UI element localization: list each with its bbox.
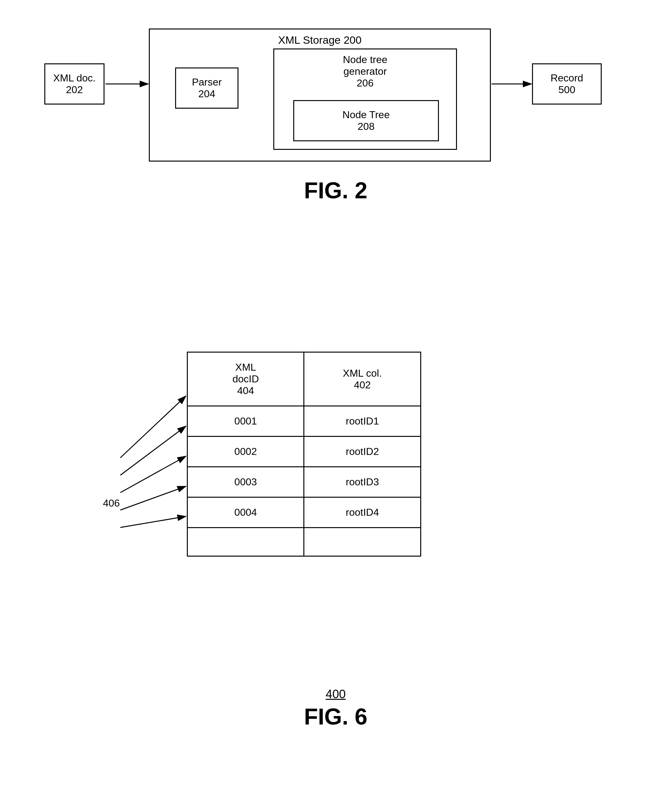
svg-line-5 — [120, 396, 186, 458]
col-header-xmlcol: XML col.402 — [304, 352, 421, 406]
cell-rootid-4: rootID4 — [304, 497, 421, 528]
parser-box: Parser 204 — [175, 67, 238, 109]
table-row: 0003 rootID3 — [187, 467, 421, 497]
node-tree-number: 208 — [358, 121, 374, 132]
fig6-label-area: 400 FIG. 6 — [26, 687, 646, 729]
page: XML doc. 202 XML Storage 200 Parser 204 … — [0, 0, 672, 798]
svg-line-8 — [120, 486, 186, 510]
fig6-number: 400 — [26, 687, 646, 701]
node-tree-inner: Node Tree 208 — [293, 100, 439, 141]
fig2-diagram: XML doc. 202 XML Storage 200 Parser 204 … — [26, 19, 646, 196]
record-label: Record — [550, 72, 583, 84]
xml-storage-outer: XML Storage 200 Parser 204 Node tree gen… — [149, 29, 491, 162]
table-row: 0001 rootID1 — [187, 406, 421, 437]
xml-doc-label: XML doc. — [53, 72, 96, 84]
xml-storage-label: XML Storage 200 — [150, 34, 490, 46]
fig6-diagram: 406 XMLdocID404 XML col.402 0001 rootID1… — [26, 333, 646, 745]
xml-table: XMLdocID404 XML col.402 0001 rootID1 000… — [187, 352, 421, 557]
col-header-docid: XMLdocID404 — [187, 352, 304, 406]
fig2-title: FIG. 2 — [26, 178, 646, 204]
svg-line-6 — [120, 426, 186, 475]
table-row: 0004 rootID4 — [187, 497, 421, 528]
cell-rootid-5 — [304, 528, 421, 556]
svg-line-7 — [120, 456, 186, 493]
table-row: 0002 rootID2 — [187, 437, 421, 467]
node-tree-outer: Node tree generator 206 Node Tree 208 — [273, 48, 457, 150]
node-tree-label: Node Tree — [342, 109, 389, 121]
xml-doc-box: XML doc. 202 — [44, 63, 104, 104]
node-tree-gen-label: Node tree generator 206 — [274, 54, 456, 89]
parser-number: 204 — [198, 88, 215, 100]
cell-rootid-3: rootID3 — [304, 467, 421, 497]
cell-rootid-2: rootID2 — [304, 437, 421, 467]
table-row-empty — [187, 528, 421, 556]
fig6-title: FIG. 6 — [304, 704, 367, 729]
xml-doc-number: 202 — [66, 84, 83, 96]
record-box: Record 500 — [532, 63, 602, 104]
cell-docid-2: 0002 — [187, 437, 304, 467]
svg-line-9 — [120, 516, 186, 527]
cell-docid-1: 0001 — [187, 406, 304, 437]
cell-rootid-1: rootID1 — [304, 406, 421, 437]
cell-docid-5 — [187, 528, 304, 556]
record-number: 500 — [558, 84, 575, 96]
parser-label: Parser — [192, 76, 222, 88]
cell-docid-4: 0004 — [187, 497, 304, 528]
cell-docid-3: 0003 — [187, 467, 304, 497]
label-406: 406 — [103, 497, 120, 509]
